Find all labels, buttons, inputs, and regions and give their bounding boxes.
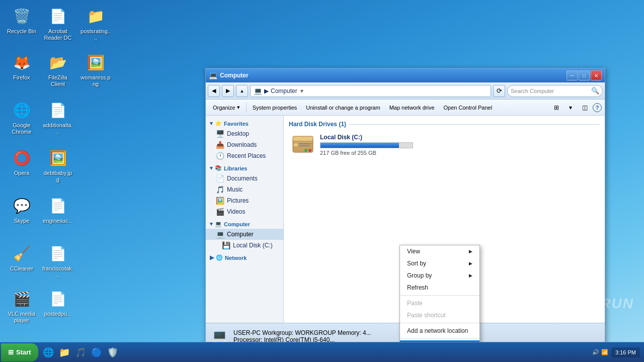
libraries-arrow: ▾ (210, 165, 213, 171)
address-dropdown-arrow[interactable]: ▾ (300, 87, 303, 95)
desktop-icon-recycle-bin[interactable]: 🗑️Recycle Bin (4, 4, 39, 37)
libraries-header[interactable]: ▾ 📚 Libraries (206, 163, 283, 173)
desktop-icon-firefox[interactable]: 🦊Firefox (4, 50, 39, 83)
desktop-icon-vlc[interactable]: 🎬VLC media player (4, 287, 39, 326)
desktop-icon-acrobat[interactable]: 📄Acrobat Reader DC (40, 4, 75, 43)
desktop-icon-skype[interactable]: 💬Skype (4, 194, 39, 226)
refresh-button[interactable]: ⟳ (493, 85, 505, 97)
volume-icon[interactable]: 🔊 (592, 349, 599, 355)
nav-item-desktop[interactable]: 🖥️ Desktop (206, 128, 283, 139)
desktop-icon-franciscotak[interactable]: 📄franciscotak... (40, 241, 75, 281)
map-drive-label: Map network drive (389, 105, 435, 111)
view-preview-button[interactable]: ◫ (579, 102, 591, 113)
taskbar-ie-icon[interactable]: 🌐 (41, 345, 55, 359)
desktop-icon-enginesuc[interactable]: 📄enginesuc... (40, 194, 75, 226)
computer-nav-label: Computer (224, 221, 250, 227)
debtbaby-icon: 🖼️ (48, 148, 68, 168)
desktop-icon-ccleaner[interactable]: 🧹CCleaner (4, 241, 39, 274)
svg-point-6 (308, 149, 311, 152)
network-arrow: ▶ (210, 254, 214, 261)
filezilla-label: FileZilla Client (42, 74, 73, 87)
desktop-icon-womanrss[interactable]: 🖼️womanrss.png (78, 50, 113, 89)
documents-icon: 📄 (216, 174, 224, 183)
computer-nav-header[interactable]: ▾ 💻 Computer (206, 219, 283, 229)
enginesuc-label: enginesuc... (43, 218, 72, 224)
nav-item-computer[interactable]: 💻 Computer (206, 229, 283, 240)
network-header[interactable]: ▶ 🌐 Network (206, 253, 283, 262)
favorites-header[interactable]: ▾ ⭐ Favorites (206, 119, 283, 128)
taskbar-explorer-icon[interactable]: 📁 (57, 345, 71, 359)
taskbar-security-icon[interactable]: 🛡️ (106, 345, 120, 359)
maximize-button[interactable]: □ (579, 70, 590, 80)
taskbar-chrome-icon[interactable]: 🔵 (90, 345, 104, 359)
desktop-icon-filezilla[interactable]: 📂FileZilla Client (40, 50, 75, 89)
taskbar-media-icon[interactable]: 🎵 (73, 345, 88, 359)
search-icon[interactable]: 🔍 (591, 87, 599, 95)
libraries-label: Libraries (224, 165, 247, 171)
ctx-item-add-a-network-location[interactable]: Add a network location (400, 325, 479, 337)
view-details-button[interactable]: ⊞ (550, 102, 562, 113)
ctx-item-view[interactable]: View▶ (400, 245, 479, 257)
ctx-arrow-1: ▶ (469, 261, 472, 266)
nav-item-videos[interactable]: 🎬 Videos (206, 206, 283, 217)
nav-pane: ▾ ⭐ Favorites 🖥️ Desktop 📥 Downloads 🕐 R… (206, 116, 284, 323)
svg-rect-4 (299, 145, 310, 146)
downloads-icon: 📥 (216, 141, 224, 149)
network-tray-icon[interactable]: 📶 (601, 349, 608, 355)
start-button[interactable]: ⊞ Start (1, 343, 38, 361)
drive-icon (291, 135, 315, 155)
desktop-icon-additionalta[interactable]: 📄additionalta... (40, 98, 75, 137)
context-menu: View▶Sort by▶Group by▶RefreshPastePaste … (399, 245, 480, 353)
nav-item-documents[interactable]: 📄 Documents (206, 173, 283, 184)
ctx-label-2: Group by (407, 272, 432, 279)
local-disk-item[interactable]: Local Disk (C:) 217 GB free of 255 GB (289, 132, 600, 158)
uninstall-button[interactable]: Uninstall or change a program (302, 102, 384, 114)
nav-item-downloads[interactable]: 📥 Downloads (206, 139, 283, 150)
nav-item-recent[interactable]: 🕐 Recent Places (206, 150, 283, 161)
ctx-separator-4 (400, 295, 479, 296)
network-label: Network (225, 255, 247, 261)
ctx-item-refresh[interactable]: Refresh (400, 282, 479, 294)
nav-item-music[interactable]: 🎵 Music (206, 184, 283, 195)
organize-button[interactable]: Organize ▾ (209, 102, 244, 114)
desktop-icon-opera[interactable]: ⭕Opera (4, 146, 39, 178)
nav-item-pictures[interactable]: 🖼️ Pictures (206, 195, 283, 206)
control-panel-button[interactable]: Open Control Panel (440, 102, 497, 114)
desktop-icon-chrome[interactable]: 🌐Google Chrome (4, 98, 39, 137)
ccleaner-icon: 🧹 (12, 243, 32, 263)
help-button[interactable]: ? (593, 103, 602, 112)
documents-label: Documents (227, 175, 258, 182)
minimize-button[interactable]: ─ (567, 70, 578, 80)
downloads-label: Downloads (227, 141, 257, 148)
up-button[interactable]: ▲ (236, 85, 248, 97)
address-text: ▶ (264, 87, 269, 95)
desktop-icon-nav: 🖥️ (216, 130, 224, 138)
desktop-icon-postsrating[interactable]: 📁postsrating.... (78, 4, 113, 43)
view-dropdown-button[interactable]: ▾ (565, 102, 577, 113)
ctx-item-sort-by[interactable]: Sort by▶ (400, 257, 479, 269)
ctx-item-group-by[interactable]: Group by▶ (400, 269, 479, 282)
desktop-icon-postedpu[interactable]: 📄postedpu... (40, 287, 75, 319)
back-button[interactable]: ◀ (208, 85, 220, 97)
svg-point-7 (304, 149, 307, 152)
postedpu-label: postedpu... (44, 311, 71, 317)
window-titlebar: 💻 Computer ─ □ ✕ (206, 68, 605, 82)
search-box[interactable]: Search Computer 🔍 (507, 85, 603, 97)
system-properties-button[interactable]: System properties (249, 102, 301, 114)
close-button[interactable]: ✕ (591, 70, 602, 80)
clock[interactable]: 3:16 PM (611, 347, 640, 357)
acrobat-label: Acrobat Reader DC (42, 28, 73, 41)
drive-bar-bg (320, 142, 413, 148)
firefox-icon: 🦊 (12, 52, 32, 72)
forward-button[interactable]: ▶ (222, 85, 234, 97)
franciscotak-label: franciscotak... (42, 265, 73, 279)
nav-item-local-disk[interactable]: 💾 Local Disk (C:) (206, 240, 283, 251)
drive-info: Local Disk (C:) 217 GB free of 255 GB (320, 134, 598, 156)
map-drive-button[interactable]: Map network drive (385, 102, 439, 114)
firefox-label: Firefox (13, 74, 30, 81)
address-bar[interactable]: 💻 ▶ Computer ▾ (250, 85, 491, 97)
system-tray: 🔊 📶 (592, 349, 608, 355)
desktop-icon-debtbaby[interactable]: 🖼️debtbaby.jpg (40, 146, 75, 185)
debtbaby-label: debtbaby.jpg (42, 170, 73, 183)
recent-label: Recent Places (227, 152, 266, 159)
